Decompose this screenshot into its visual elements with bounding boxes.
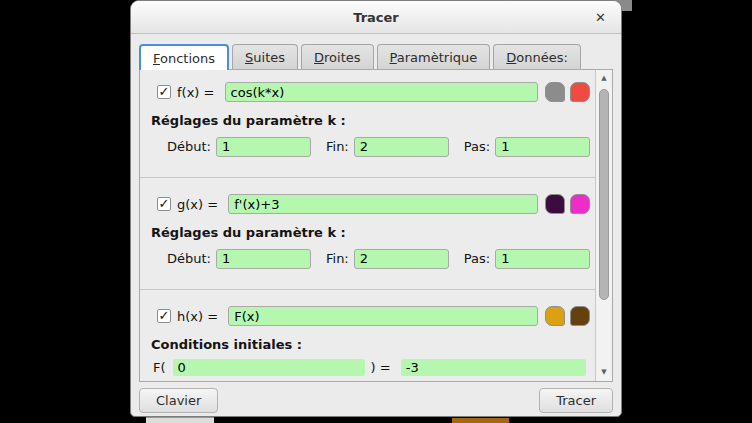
color-swatch-f-secondary[interactable] [570,82,590,102]
scroll-down-icon[interactable]: ▼ [596,369,612,376]
desktop-background: Tracer ✕ Fonctions Suites Droites Paramè… [0,0,752,423]
step-input-f[interactable] [495,137,590,157]
separator [140,289,595,290]
function-row-f: ✓ f(x) = [149,81,590,103]
initial-argument-input[interactable] [173,359,365,376]
initial-conditions-label: Conditions initiales : [151,337,590,352]
color-swatch-h-secondary[interactable] [570,306,590,326]
color-swatch-h-primary[interactable] [545,306,565,326]
start-input-f[interactable] [216,137,311,157]
parameter-settings-label-f: Réglages du paramètre k : [151,113,590,128]
tab-label: Données: [506,50,568,65]
parameter-row-f: Début: Fin: Pas: [167,136,590,157]
tab-droites[interactable]: Droites [301,44,374,69]
scrollbar-thumb[interactable] [599,89,609,300]
end-input-f[interactable] [354,137,449,157]
color-swatch-g-primary[interactable] [545,194,565,214]
tab-label: Droites [314,50,361,65]
separator [140,177,595,178]
function-checkbox-f[interactable]: ✓ [157,85,171,99]
step-label: Pas: [464,139,490,154]
vertical-scrollbar[interactable]: ▲ ▼ [595,70,612,381]
function-label-h: h(x) = [177,309,222,324]
keyboard-button[interactable]: Clavier [139,388,218,413]
function-expression-input-g[interactable] [228,194,538,214]
tab-label: Suites [245,50,285,65]
color-swatch-f-primary[interactable] [545,82,565,102]
start-label: Début: [167,139,211,154]
tab-fonctions[interactable]: Fonctions [139,44,229,70]
step-label: Pas: [464,251,490,266]
function-expression-input-f[interactable] [225,82,538,102]
functions-scroll-area: ✓ f(x) = Réglages du paramètre k : Début… [140,70,595,381]
color-swatch-g-secondary[interactable] [570,194,590,214]
tab-parametrique[interactable]: Paramètrique [377,44,491,69]
start-label: Début: [167,251,211,266]
tab-bar: Fonctions Suites Droites Paramètrique Do… [139,44,613,69]
window-title: Tracer [353,10,399,25]
function-row-h: ✓ h(x) = [149,305,590,327]
tab-label: Paramètrique [390,50,478,65]
tracer-dialog: Tracer ✕ Fonctions Suites Droites Paramè… [130,0,622,417]
function-checkbox-g[interactable]: ✓ [157,197,171,211]
tab-donnees[interactable]: Données: [493,44,581,69]
function-checkbox-h[interactable]: ✓ [157,309,171,323]
titlebar: Tracer ✕ [131,1,621,34]
close-icon[interactable]: ✕ [595,11,606,24]
function-label-f: f(x) = [177,85,219,100]
plot-button[interactable]: Tracer [539,388,613,413]
function-expression-input-h[interactable] [228,306,538,326]
initial-equals-label: ) = [371,360,395,375]
end-label: Fin: [326,251,349,266]
tab-label: Fonctions [153,51,215,66]
scroll-up-icon[interactable]: ▲ [596,75,612,82]
initial-conditions-row: F( ) = [149,358,590,376]
parameter-row-g: Début: Fin: Pas: [167,248,590,269]
parameter-settings-label-g: Réglages du paramètre k : [151,225,590,240]
tab-suites[interactable]: Suites [232,44,298,69]
function-row-g: ✓ g(x) = [149,193,590,215]
end-input-g[interactable] [354,249,449,269]
initial-open-label: F( [153,360,166,375]
dialog-footer: Clavier Tracer [131,382,621,419]
end-label: Fin: [326,139,349,154]
functions-panel: ✓ f(x) = Réglages du paramètre k : Début… [139,69,613,382]
step-input-g[interactable] [495,249,590,269]
start-input-g[interactable] [216,249,311,269]
function-label-g: g(x) = [177,197,222,212]
initial-value-input[interactable] [401,359,586,376]
